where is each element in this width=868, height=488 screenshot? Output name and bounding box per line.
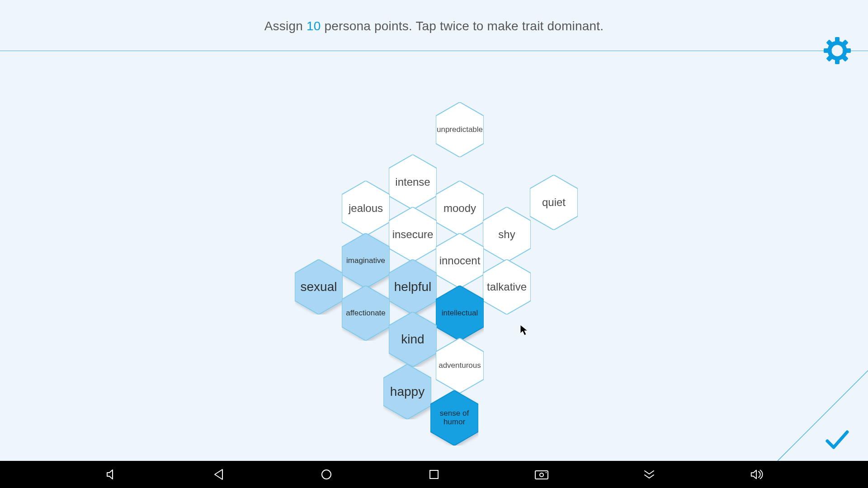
trait-label: imaginative bbox=[342, 233, 390, 288]
instruction-text: Assign 10 persona points. Tap twice to m… bbox=[0, 0, 868, 45]
nav-back-button[interactable] bbox=[212, 467, 226, 482]
trait-label: jealous bbox=[342, 181, 390, 236]
trait-hex-quiet[interactable]: quiet bbox=[530, 175, 578, 230]
nav-overview-button[interactable] bbox=[427, 467, 441, 482]
svg-rect-4 bbox=[845, 48, 851, 53]
svg-rect-2 bbox=[835, 59, 840, 64]
header-divider bbox=[0, 51, 868, 51]
trait-hex-affectionate[interactable]: affectionate bbox=[342, 286, 390, 341]
chevrons-down-icon bbox=[642, 469, 656, 480]
triangle-left-icon bbox=[212, 468, 225, 481]
checkmark-icon bbox=[825, 427, 850, 453]
volume-low-icon bbox=[104, 468, 118, 481]
svg-point-9 bbox=[832, 46, 842, 56]
trait-hex-shy[interactable]: shy bbox=[483, 207, 531, 262]
svg-point-31 bbox=[322, 470, 331, 479]
trait-hex-imaginative[interactable]: imaginative bbox=[342, 233, 390, 288]
circle-icon bbox=[320, 468, 333, 481]
trait-hex-talkative[interactable]: talkative bbox=[483, 259, 531, 314]
trait-hex-kind[interactable]: kind bbox=[389, 312, 437, 367]
trait-label: innocent bbox=[436, 233, 484, 288]
camera-icon bbox=[534, 469, 549, 480]
trait-label: happy bbox=[383, 364, 431, 419]
trait-label: quiet bbox=[530, 175, 578, 230]
trait-label: helpful bbox=[389, 259, 437, 314]
trait-hex-sexual[interactable]: sexual bbox=[295, 259, 343, 314]
svg-rect-32 bbox=[430, 470, 438, 479]
nav-volume_down-button[interactable] bbox=[104, 467, 118, 482]
trait-hex-intellectual[interactable]: intellectual bbox=[436, 286, 484, 341]
trait-hex-adventurous[interactable]: adventurous bbox=[436, 338, 484, 393]
trait-hex-sense_of_humor[interactable]: sense of humor bbox=[430, 390, 478, 446]
svg-rect-33 bbox=[535, 471, 548, 479]
svg-rect-1 bbox=[835, 37, 840, 42]
trait-hex-intense[interactable]: intense bbox=[389, 155, 437, 210]
instruction-prefix: Assign bbox=[264, 19, 303, 33]
nav-volume_up-button[interactable] bbox=[750, 467, 764, 482]
trait-hex-moody[interactable]: moody bbox=[436, 181, 484, 236]
trait-hex-unpredictable[interactable]: unpredictable bbox=[436, 102, 484, 157]
trait-label: sense of humor bbox=[430, 390, 478, 446]
gear-icon bbox=[823, 36, 852, 65]
trait-label: unpredictable bbox=[436, 102, 484, 157]
trait-label: moody bbox=[436, 181, 484, 236]
trait-label: sexual bbox=[295, 259, 343, 314]
trait-hex-grid: unpredictableintensejealousmoodyquietins… bbox=[0, 51, 868, 461]
trait-label: affectionate bbox=[342, 286, 390, 341]
trait-label: intense bbox=[389, 155, 437, 210]
nav-home-button[interactable] bbox=[319, 467, 334, 482]
trait-label: insecure bbox=[389, 207, 437, 262]
points-remaining: 10 bbox=[307, 19, 321, 33]
svg-marker-30 bbox=[215, 469, 222, 479]
trait-hex-happy[interactable]: happy bbox=[383, 364, 431, 419]
svg-point-35 bbox=[546, 472, 547, 474]
nav-drawer-button[interactable] bbox=[642, 467, 656, 482]
volume-high-icon bbox=[750, 468, 764, 481]
trait-label: kind bbox=[389, 312, 437, 367]
trait-label: intellectual bbox=[436, 286, 484, 341]
android-nav-bar bbox=[0, 461, 868, 488]
trait-hex-insecure[interactable]: insecure bbox=[389, 207, 437, 262]
svg-point-34 bbox=[540, 473, 543, 477]
instruction-suffix: persona points. Tap twice to make trait … bbox=[324, 19, 604, 33]
confirm-button[interactable] bbox=[825, 427, 850, 453]
trait-hex-innocent[interactable]: innocent bbox=[436, 233, 484, 288]
trait-hex-jealous[interactable]: jealous bbox=[342, 181, 390, 236]
svg-rect-3 bbox=[824, 48, 829, 53]
nav-screenshot-button[interactable] bbox=[534, 467, 549, 482]
trait-label: talkative bbox=[483, 259, 531, 314]
trait-label: adventurous bbox=[436, 338, 484, 393]
settings-button[interactable] bbox=[823, 36, 852, 65]
trait-hex-helpful[interactable]: helpful bbox=[389, 259, 437, 314]
trait-label: shy bbox=[483, 207, 531, 262]
square-icon bbox=[428, 469, 440, 480]
